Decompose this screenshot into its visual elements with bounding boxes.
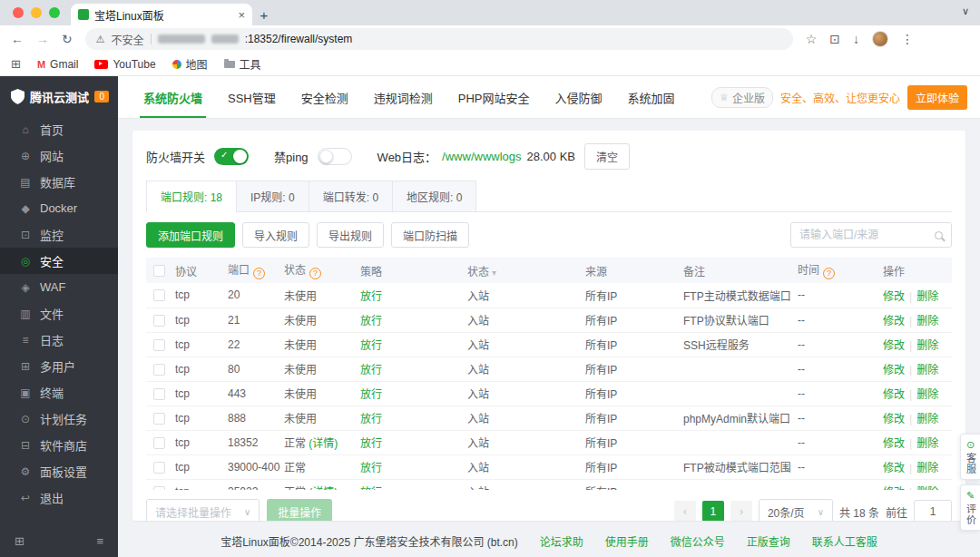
message-count-badge[interactable]: 0 [94,91,109,103]
sidebar-item-logs[interactable]: ≡日志 [0,327,118,353]
delete-link[interactable]: 删除 [916,315,938,327]
sidebar-item-cron[interactable]: ⊙计划任务 [0,406,118,432]
search-icon[interactable] [935,231,943,239]
bookmark-item[interactable]: MGmail [37,58,79,71]
window-zoom-button[interactable] [49,7,60,18]
goto-page-input[interactable] [914,500,952,521]
delete-link[interactable]: 删除 [916,339,938,352]
back-icon[interactable]: ← [11,32,24,46]
clear-log-button[interactable]: 清空 [584,143,630,170]
apps-grid-icon[interactable]: ⊞ [11,57,21,71]
edit-link[interactable]: 修改 [883,339,905,352]
row-checkbox[interactable] [153,486,165,490]
prev-page-button[interactable]: ‹ [674,501,696,521]
footer-link[interactable]: 微信公众号 [671,533,725,549]
edit-link[interactable]: 修改 [883,315,905,327]
row-checkbox[interactable] [153,315,165,327]
profile-avatar[interactable] [872,31,888,47]
help-icon[interactable]: ? [253,268,265,279]
window-close-button[interactable] [13,7,24,18]
extensions-icon[interactable]: ⊡ [829,32,840,46]
menu-icon[interactable]: ≡ [96,534,103,548]
toolbar-button[interactable]: 添加端口规则 [146,222,235,248]
sidebar-item-site[interactable]: ⊕网站 [0,142,118,169]
edit-link[interactable]: 修改 [883,462,905,474]
status-detail-link[interactable]: (详情) [309,437,338,450]
sidebar-item-database[interactable]: ▤数据库 [0,169,118,195]
toolbar-button[interactable]: 导入规则 [242,222,309,248]
bookmark-item[interactable]: 地图 [172,56,208,72]
row-checkbox[interactable] [153,289,165,301]
delete-link[interactable]: 删除 [916,364,938,376]
sidebar-item-logout[interactable]: ↩退出 [0,484,118,511]
widget-support[interactable]: ⊙客服 [960,434,980,480]
edit-link[interactable]: 修改 [883,388,905,401]
rule-subtab[interactable]: 地区规则: 0 [392,181,476,212]
top-tab[interactable]: PHP网站安全 [446,76,543,118]
sidebar-item-security[interactable]: ◎安全 [0,248,118,274]
toolbar-button[interactable]: 导出规则 [317,222,384,248]
top-tab[interactable]: 系统加固 [615,76,688,118]
bookmark-item[interactable]: 工具 [224,56,261,72]
widget-feedback[interactable]: ✎评价 [960,484,980,531]
edit-link[interactable]: 修改 [883,290,905,303]
sort-caret-icon[interactable]: ▾ [492,268,496,278]
try-now-button[interactable]: 立即体验 [907,85,967,110]
delete-link[interactable]: 删除 [916,462,938,474]
bookmark-star-icon[interactable]: ☆ [806,32,818,46]
edit-link[interactable]: 修改 [883,413,905,425]
footer-link[interactable]: 正版查询 [747,533,790,549]
url-field[interactable]: ⚠ 不安全 :18352/firewall/system [85,28,793,50]
apps-icon[interactable]: ⊞ [15,534,24,548]
delete-link[interactable]: 删除 [916,388,938,401]
current-page-button[interactable]: 1 [702,501,724,521]
bookmark-item[interactable]: YouTube [94,58,155,71]
sidebar-item-settings[interactable]: ⚙面板设置 [0,458,118,484]
browser-menu-icon[interactable]: ⋮ [901,32,914,46]
top-tab[interactable]: SSH管理 [215,76,289,118]
top-tab[interactable]: 入侵防御 [543,76,615,118]
sidebar-item-waf[interactable]: ◈WAF [0,274,118,300]
help-icon[interactable]: ? [309,268,321,279]
sidebar-item-store[interactable]: ⊟软件商店 [0,432,118,458]
enterprise-badge[interactable]: ♕ 企业版 [711,87,773,108]
sidebar-item-home[interactable]: ⌂首页 [0,116,118,142]
help-icon[interactable]: ? [823,268,835,279]
footer-link[interactable]: 使用手册 [605,533,649,549]
sidebar-item-users[interactable]: ⊞多用户 [0,353,118,379]
row-checkbox[interactable] [153,462,165,474]
weblog-path-link[interactable]: /www/wwwlogs [442,150,521,163]
row-checkbox[interactable] [153,364,165,376]
batch-apply-button[interactable]: 批量操作 [267,499,332,521]
sidebar-item-files[interactable]: ▥文件 [0,300,118,327]
delete-link[interactable]: 删除 [916,290,938,303]
edit-link[interactable]: 修改 [883,364,905,376]
rule-subtab[interactable]: IP规则: 0 [236,181,309,212]
sidebar-item-docker[interactable]: ◆Docker [0,195,118,221]
footer-link[interactable]: 联系人工客服 [812,533,877,549]
top-tab[interactable]: 安全检测 [289,76,361,118]
firewall-toggle[interactable] [214,148,249,165]
toolbar-button[interactable]: 端口防扫描 [391,222,469,248]
select-all-checkbox[interactable] [153,265,165,277]
download-icon[interactable]: ↓ [853,32,859,46]
delete-link[interactable]: 删除 [916,486,938,490]
sidebar-item-terminal[interactable]: ▣终端 [0,379,118,406]
search-input[interactable] [799,229,929,241]
row-checkbox[interactable] [153,437,165,449]
rule-subtab[interactable]: 端口规则: 18 [146,181,237,212]
tab-close-icon[interactable]: × [238,8,245,22]
browser-tab[interactable]: 宝塔Linux面板 × [71,4,252,25]
tab-list-chevron-icon[interactable]: ∨ [962,5,969,17]
reload-icon[interactable]: ↻ [62,32,73,46]
sidebar-item-monitor[interactable]: ⊡监控 [0,221,118,248]
new-tab-button[interactable]: + [252,4,276,25]
edit-link[interactable]: 修改 [883,437,905,450]
next-page-button[interactable]: › [730,501,752,521]
delete-link[interactable]: 删除 [916,413,938,425]
top-tab[interactable]: 违规词检测 [361,76,446,118]
page-size-select[interactable]: 20条/页 ∨ [759,499,833,521]
footer-link[interactable]: 论坛求助 [540,533,583,549]
ping-toggle[interactable] [318,148,352,165]
row-checkbox[interactable] [153,388,165,400]
